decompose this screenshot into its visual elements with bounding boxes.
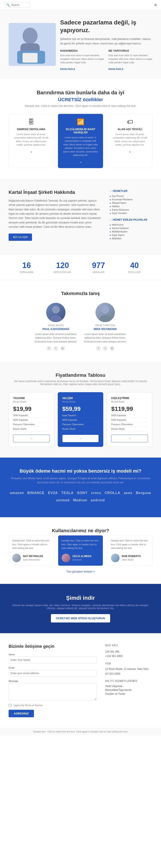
name-input[interactable]	[8, 657, 97, 663]
promo-heading: Şimdi indir	[8, 595, 153, 601]
svg-point-8	[99, 315, 111, 322]
testimonials-section: Kullanıcılarımız ne diyor? Sample text. …	[0, 517, 161, 584]
email-input[interactable]	[8, 670, 97, 677]
paul-socials: f t in	[34, 346, 77, 351]
about-title: Kartal İnşaat Şirketi Hakkında	[8, 190, 101, 195]
promo-section: Şimdi indir Ultrices leo semper ipsum nu…	[0, 584, 161, 633]
service-item: Kurumsal Planlama	[109, 198, 153, 201]
feature-domain[interactable]: 🏷 ALAN ADI TESCİLİ Lorem ipsum dolor sit…	[107, 114, 153, 168]
feature-storage[interactable]: 🗄 SINIRSIZ DEPOLAMA Lorem ipsum dolor si…	[8, 114, 54, 168]
twitter-icon[interactable]: t	[53, 346, 58, 351]
name-field-group: Name	[8, 653, 97, 663]
contact-services-title: EN İYİ HİZMETLERİMİZ	[105, 680, 153, 683]
menu-icon[interactable]: ≡	[154, 3, 157, 7]
logo-sony: SONY	[77, 491, 87, 495]
services-link[interactable]: DAHA FAZLA	[108, 68, 153, 70]
custom-plan-button[interactable]: →	[111, 435, 148, 442]
hero-title: Sadece pazarlama değil, iş yapıyoruz.	[60, 19, 153, 34]
stats-section: 16 SIRALAMA 120 MÜŞTERİLER 977 VAKALAR 4…	[0, 254, 161, 280]
bob-reviewer: BOB ROBERTS Sales Müdür	[111, 554, 149, 562]
search-input[interactable]	[11, 3, 28, 6]
svg-rect-4	[23, 53, 37, 63]
bandwidth-chevron: ⌄	[62, 159, 99, 164]
market-item: Mültifamilyalim	[109, 230, 153, 233]
linkedin-icon[interactable]: in	[60, 346, 65, 351]
submit-button[interactable]: ADRESINIZ	[8, 710, 34, 717]
logo-tesla: TESLA	[61, 491, 74, 495]
linkedin-icon[interactable]: in	[109, 346, 115, 351]
about-section: Kartal İnşaat Şirketi Hakkında Mağazamız…	[0, 179, 161, 254]
design-plan-button[interactable]: →	[13, 435, 50, 442]
nat-name: NAT REYNOLDS	[23, 555, 43, 558]
facebook-icon[interactable]: f	[46, 346, 52, 351]
bob-info: BOB ROBERTS Sales Müdür	[122, 555, 141, 561]
bob-avatar	[111, 554, 119, 562]
celia-name: CELİA ALMEDA	[72, 555, 92, 558]
storage-icon: 🗄	[13, 118, 49, 125]
design-price: $19,99	[13, 405, 50, 412]
bob-text: Sample text. Click to select the text bo…	[111, 539, 149, 550]
storage-text: Lorem ipsum dolor sit amet, consectetur …	[13, 132, 49, 147]
storage-title: SINIRSIZ DEPOLAMA	[13, 128, 49, 131]
logo-amazon: amazon	[10, 491, 24, 495]
logo-asos: asos	[124, 491, 132, 495]
custom-plan-sub: Buraya Başlık	[111, 401, 148, 403]
bandwidth-icon: 📶	[62, 118, 99, 125]
all-reviews-link[interactable]: Tüm görüşlere İlerleyin >	[8, 570, 153, 573]
terms-text: I agree the Terms of Service	[13, 704, 43, 707]
hero-text: Sadece pazarlama değil, iş yapıyoruz. Şi…	[60, 19, 153, 70]
pricing-design: TASARIM Buraya Başlık $19,99 N/80 Kapasi…	[8, 392, 54, 447]
custom-plan-name: KİŞİLEŞTİRME	[111, 397, 148, 400]
stat-clients-num: 120	[45, 261, 81, 270]
gelisim-plan-name: GELİŞİM	[62, 397, 99, 400]
message-input[interactable]	[8, 683, 97, 700]
services-title: → HİZMETLER	[109, 190, 153, 192]
logos-grid: amazon BINANCE EV3A TESLA SONY crocs CRO…	[8, 491, 153, 502]
service-item: İnşi Öncesi	[109, 194, 153, 198]
hero-image	[8, 23, 56, 66]
nat-info: NAT REYNOLDS Sales Researcher	[23, 555, 43, 561]
gelisim-plan-button[interactable]: →	[62, 435, 99, 442]
contact-service-item: Yerel Ulaşımlar	[105, 684, 153, 688]
name-label: Name	[8, 653, 97, 656]
twitter-icon[interactable]: t	[103, 346, 108, 351]
contact-services-list: Yerel Ulaşımlar Mamulatlar/Taşımacılık G…	[105, 684, 153, 696]
design-plan-name: TASARIM	[13, 397, 50, 400]
bob-name: BOB ROBERTS	[122, 555, 141, 558]
terms-checkbox[interactable]	[8, 704, 11, 707]
domain-icon: 🏷	[112, 118, 148, 125]
celia-text: Sample text. Click to select the text bo…	[62, 539, 99, 550]
team-grid: Genel Müdür PAUL KAHVERENGİ Lorem ipsum …	[8, 303, 153, 351]
about-link[interactable]: DAHA FAZLA	[60, 68, 104, 70]
contact-section: Bizimle iletişime geçin Name Email Messa…	[0, 633, 161, 728]
feature-bandwidth[interactable]: 📶 ÖLÇÜLMEBİLİR BANT GENİŞLİĞİ Lorem ipsu…	[58, 114, 103, 168]
search-bar[interactable]: 🔍	[4, 2, 30, 8]
footer-text: Sample text · Click to select the text b…	[33, 730, 128, 733]
hero-card-about: HAKKIMIZDA Duis aute irure dolor in repr…	[60, 49, 104, 70]
promo-cta-button[interactable]: ÜCRETSİZ WEB SİTESİ OLUŞTURUN	[51, 614, 110, 622]
design-plan-sub: Buraya Başlık	[13, 401, 50, 403]
testimonial-nat: Sample text. Click to select the text bo…	[8, 535, 54, 566]
features-grid: 🗄 SINIRSIZ DEPOLAMA Lorem ipsum dolor si…	[8, 114, 153, 168]
contact-info: BİZİ ARA 120 361 991 +120 361 4800 YER 1…	[105, 644, 153, 717]
pricing-section: Fiyatlandırma Tablosu Vel meus commodo a…	[0, 362, 161, 458]
facebook-icon[interactable]: f	[96, 346, 101, 351]
footer: Sample text · Click to select the text b…	[0, 728, 161, 735]
markets-list: → HİZMET EDİLEN PAZARLAR Aktif Konut Kar…	[109, 218, 153, 240]
svg-point-1	[23, 28, 37, 44]
pricing-gelisim: GELİŞİM Buraya Başlık $59,99 İnşat Tasar…	[58, 392, 104, 447]
about-cta-button[interactable]: BİZİ ULAŞIN	[8, 234, 32, 241]
nat-reviewer: NAT REYNOLDS Sales Researcher	[12, 554, 50, 562]
big-cta-text: Phasellus sed efficitur dolor, ut sit ul…	[8, 476, 153, 485]
features-subtitle: Sample text. Click to select the text bo…	[8, 104, 153, 107]
promo-text: Ultrices leo semper ipsum nulla, nec vit…	[8, 604, 153, 610]
market-item: Karma Kullanım	[109, 226, 153, 230]
service-item: Nakliye	[109, 205, 153, 208]
team-member-paul: Genel Müdür PAUL KAHVERENGİ Lorem ipsum …	[34, 303, 77, 351]
svg-point-5	[52, 306, 60, 313]
bandwidth-title: ÖLÇÜLMEBİLİR BANT GENİŞLİĞİ	[62, 128, 99, 134]
big-cta-heading: Büyük ödeme hacmi mi yoksa benzersiz iş …	[8, 468, 153, 474]
gelisim-features: İnşat Tasarım N/80 Kapasite Parçasız Öde…	[62, 413, 99, 431]
market-item: İnşat Yapım	[109, 233, 153, 237]
stat-clients-label: MÜŞTERİLER	[45, 271, 81, 273]
